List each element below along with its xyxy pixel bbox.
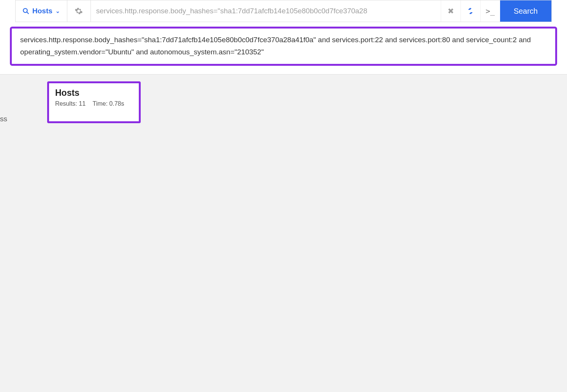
- search-button-label: Search: [514, 7, 538, 16]
- collapse-query-button[interactable]: [461, 0, 480, 22]
- close-icon: ✖: [448, 6, 454, 16]
- search-input-wrap[interactable]: services.http.response.body_hashes="sha1…: [91, 0, 441, 22]
- expanded-query-box[interactable]: services.http.response.body_hashes="sha1…: [10, 27, 557, 66]
- expanded-query-text: services.http.response.body_hashes="sha1…: [20, 36, 531, 56]
- search-bar: Hosts ⌄ services.http.response.body_hash…: [15, 0, 552, 22]
- search-icon: [22, 8, 29, 14]
- settings-button[interactable]: [67, 0, 91, 22]
- search-input[interactable]: services.http.response.body_hashes="sha1…: [96, 7, 435, 15]
- svg-line-1: [27, 12, 29, 14]
- terminal-icon: >_: [486, 6, 495, 16]
- chevron-down-icon: ⌄: [56, 8, 60, 14]
- search-button[interactable]: Search: [500, 0, 551, 22]
- top-area: Hosts ⌄ services.http.response.body_hash…: [0, 0, 567, 75]
- hosts-heading: Hosts: [55, 88, 133, 98]
- left-panel-fragment: ss: [0, 81, 8, 123]
- results-count: Results: 11: [55, 100, 86, 107]
- svg-point-0: [23, 8, 27, 13]
- gear-icon: [75, 7, 83, 15]
- collapse-icon: [467, 7, 474, 15]
- scope-select-hosts[interactable]: Hosts ⌄: [16, 0, 67, 22]
- scope-label: Hosts: [32, 7, 52, 15]
- terminal-button[interactable]: >_: [480, 0, 500, 22]
- hosts-summary-card: Hosts Results: 11 Time: 0.78s: [47, 81, 141, 123]
- clear-search-button[interactable]: ✖: [441, 0, 461, 22]
- query-time: Time: 0.78s: [93, 100, 124, 107]
